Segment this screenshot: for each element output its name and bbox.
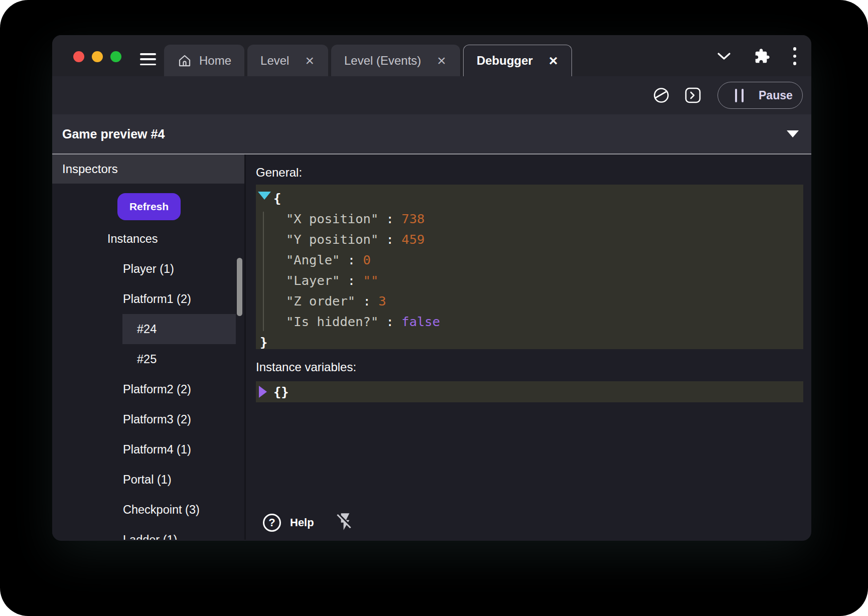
help-button-label[interactable]: Help: [290, 516, 314, 529]
inspectors-sidebar: Inspectors Refresh Instances Player (1) …: [52, 155, 246, 540]
inspectors-header: Inspectors: [52, 155, 244, 184]
close-tab-icon[interactable]: ×: [304, 53, 315, 68]
tree-item-player[interactable]: Player (1): [52, 254, 244, 284]
tab-label: Level: [260, 54, 289, 68]
inspectors-header-label: Inspectors: [62, 162, 118, 176]
preview-dropdown-chevron-icon[interactable]: [787, 130, 799, 137]
zoom-window-button[interactable]: [110, 51, 121, 62]
main-menu-icon[interactable]: [140, 53, 156, 65]
tree-item-platform1[interactable]: Platform1 (2): [52, 284, 244, 314]
indent-guide: [263, 212, 264, 331]
tree-item-instances[interactable]: Instances: [52, 224, 244, 254]
screen-background: Home Level × Level (Events) × Debugger ×: [0, 0, 868, 616]
tree-item-checkpoint[interactable]: Checkpoint (3): [52, 495, 244, 525]
instance-inspector-panel: General: { "X position" : 738 "Y positio…: [246, 155, 811, 540]
json-property-row[interactable]: "Layer" : "": [256, 270, 803, 291]
window-controls: [73, 51, 121, 62]
close-tab-icon[interactable]: ×: [548, 53, 559, 68]
variables-empty-object: {}: [256, 381, 803, 402]
tab-label: Debugger: [477, 54, 533, 68]
tree-item-platform4[interactable]: Platform4 (1): [52, 434, 244, 465]
tree-item-portal[interactable]: Portal (1): [52, 465, 244, 495]
preview-title: Game preview #4: [62, 127, 165, 141]
tab-bar: Home Level × Level (Events) × Debugger ×: [164, 45, 572, 76]
inspectors-tree-panel: Refresh Instances Player (1) Platform1 (…: [52, 184, 244, 540]
app-window: Home Level × Level (Events) × Debugger ×: [52, 35, 811, 541]
general-properties-json: { "X position" : 738 "Y position" : 459 …: [256, 185, 803, 349]
json-open-brace: {: [256, 188, 803, 209]
tree-item-platform2[interactable]: Platform2 (2): [52, 374, 244, 404]
help-icon[interactable]: ?: [263, 514, 281, 532]
json-property-row[interactable]: "Is hidden?" : false: [256, 312, 803, 332]
preview-header: Game preview #4: [52, 114, 811, 155]
tree-item-ladder[interactable]: Ladder (1): [52, 525, 244, 540]
more-options-kebab-icon[interactable]: [793, 47, 797, 65]
chevron-down-icon[interactable]: [717, 52, 731, 60]
tree-item-platform3[interactable]: Platform3 (2): [52, 404, 244, 434]
debugger-content: Inspectors Refresh Instances Player (1) …: [52, 155, 811, 540]
json-close-brace: }: [256, 332, 803, 353]
expand-toggle-icon[interactable]: [259, 386, 267, 398]
close-window-button[interactable]: [73, 51, 84, 62]
json-property-row[interactable]: "Z order" : 3: [256, 291, 803, 312]
debugger-toolbar: Pause: [52, 76, 811, 114]
pause-button-label: Pause: [759, 89, 793, 102]
tree-item-instance-25[interactable]: #25: [52, 344, 244, 374]
console-icon[interactable]: [684, 87, 701, 104]
tab-level[interactable]: Level ×: [247, 45, 328, 76]
close-tab-icon[interactable]: ×: [436, 53, 447, 68]
tab-label: Home: [199, 54, 231, 68]
general-section-label: General:: [256, 166, 803, 180]
titlebar-actions: [717, 47, 797, 65]
extensions-puzzle-icon[interactable]: [754, 48, 770, 64]
pause-button[interactable]: Pause: [717, 82, 803, 109]
sidebar-scrollbar-thumb[interactable]: [237, 258, 242, 316]
instance-variables-json: {}: [256, 381, 803, 402]
json-property-row[interactable]: "Y position" : 459: [256, 229, 803, 250]
tab-label: Level (Events): [344, 54, 421, 68]
json-property-row[interactable]: "X position" : 738: [256, 209, 803, 229]
instance-variables-label: Instance variables:: [256, 360, 803, 374]
home-icon: [177, 53, 192, 68]
profiler-gauge-icon[interactable]: [652, 86, 670, 104]
collapse-toggle-icon[interactable]: [258, 192, 271, 200]
tree-item-instance-24[interactable]: #24: [52, 314, 244, 344]
minimize-window-button[interactable]: [92, 51, 103, 62]
tab-level-events[interactable]: Level (Events) ×: [331, 45, 460, 76]
tab-home[interactable]: Home: [164, 45, 244, 76]
pause-icon: [735, 89, 744, 102]
tab-debugger[interactable]: Debugger ×: [463, 45, 572, 76]
flash-off-icon[interactable]: [335, 512, 355, 534]
footer-actions: ? Help: [263, 512, 355, 534]
refresh-button[interactable]: Refresh: [117, 193, 181, 220]
title-bar: Home Level × Level (Events) × Debugger ×: [52, 35, 811, 76]
json-property-row[interactable]: "Angle" : 0: [256, 250, 803, 270]
instances-tree: Instances Player (1) Platform1 (2) #24 #…: [52, 224, 244, 540]
